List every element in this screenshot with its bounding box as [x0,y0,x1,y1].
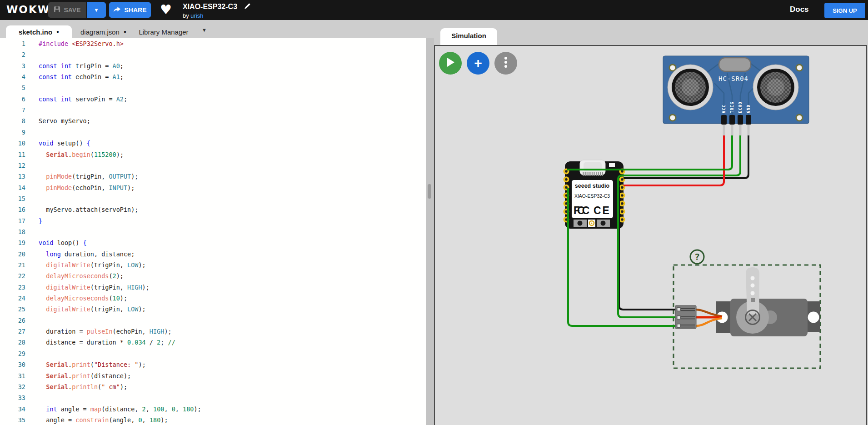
code-line[interactable]: 21 digitalWrite(trigPin, LOW); [0,260,426,270]
code-line[interactable]: 11 Serial.begin(115200); [0,149,426,160]
code-line[interactable]: 25 digitalWrite(trigPin, LOW); [0,304,426,315]
code-line[interactable]: 30 Serial.print("Distance: "); [0,359,426,370]
usb-c-connector [580,160,605,176]
line-number: 18 [0,226,25,237]
docs-link[interactable]: Docs [790,5,809,14]
code-line[interactable]: 3const int trigPin = A0; [0,60,426,71]
line-number: 25 [0,304,25,315]
share-label: SHARE [124,6,146,14]
wire-gnd[interactable] [624,135,748,178]
line-number: 13 [0,171,25,182]
line-number: 30 [0,359,25,370]
code-line[interactable]: 20 long duration, distance; [0,249,426,260]
code-line[interactable]: 1#include <ESP32Servo.h> [0,38,426,49]
code-line[interactable]: 34 int angle = map(distance, 2, 100, 0, … [0,404,426,415]
hcsr04-label: HC-SR04 [718,75,748,82]
code-line[interactable]: 5 [0,82,426,93]
tab-diagram-json[interactable]: diagram.json ● [73,25,134,38]
line-number: 8 [0,115,25,126]
wire-servo-gnd[interactable] [619,186,675,310]
save-dropdown-button[interactable]: ▼ [87,2,106,18]
line-number: 14 [0,182,25,193]
signup-button[interactable]: SIGN UP [824,3,865,18]
code-line[interactable]: 19void loop() { [0,237,426,248]
line-number: 24 [0,293,25,304]
line-number: 29 [0,348,25,359]
wire-echo[interactable] [618,135,740,317]
code-line[interactable]: 2 [0,49,426,60]
xiao-brand: seeed studio [575,183,610,189]
wokwi-logo[interactable]: WOKWI [6,4,55,15]
pane-splitter[interactable] [426,38,434,425]
top-bar: WOKWI SAVE ▼ SHARE ♥ XIAO-ESP32-C3 by ur… [0,0,868,20]
hcsr04-sensor[interactable]: HC-SR04 VCC TRIG ECHO GND [663,56,809,136]
author-link[interactable]: urish [190,12,203,19]
crystal-oscillator [719,58,751,71]
project-author: by urish [183,12,251,19]
code-line[interactable]: 27 duration = pulseIn(echoPin, HIGH); [0,326,426,337]
save-button[interactable]: SAVE [48,2,86,18]
code-line[interactable]: 7 [0,105,426,115]
line-number: 27 [0,326,25,337]
simulation-canvas[interactable]: HC-SR04 VCC TRIG ECHO GND [434,45,867,425]
line-number: 7 [0,105,25,115]
help-icon[interactable]: ? [690,250,704,264]
tab-sketch-ino[interactable]: sketch.ino ● [6,25,72,38]
share-button[interactable]: SHARE [109,2,151,18]
code-line[interactable]: 9 [0,127,426,138]
xiao-notch [609,163,615,167]
pin-label-echo: ECHO [738,101,743,113]
servo-motor[interactable] [696,267,820,336]
code-line[interactable]: 22 delayMicroseconds(2); [0,270,426,281]
servo-mount-hole-right [808,312,819,323]
code-line[interactable]: 12 [0,160,426,171]
line-number: 2 [0,49,25,60]
code-line[interactable]: 4const int echoPin = A1; [0,71,426,82]
code-line[interactable]: 28 distance = duration * 0.034 / 2; // [0,337,426,348]
code-line[interactable]: 8Servo myServo; [0,115,426,126]
play-button[interactable] [439,52,462,75]
code-line[interactable]: 24 delayMicroseconds(10); [0,293,426,304]
edit-pencil-icon[interactable] [244,3,251,11]
code-line[interactable]: 14 pinMode(echoPin, INPUT); [0,182,426,193]
library-manager-caret-icon[interactable]: ▼ [202,27,207,33]
code-line[interactable]: 13 pinMode(trigPin, OUTPUT); [0,171,426,182]
code-line[interactable]: 31 Serial.print(distance); [0,370,426,381]
heart-icon[interactable]: ♥ [160,2,172,17]
line-number: 26 [0,315,25,326]
line-number: 11 [0,149,25,160]
code-line[interactable]: 26 [0,315,426,326]
modified-dot: ● [56,30,59,34]
line-number: 16 [0,204,25,215]
line-number: 4 [0,71,25,82]
modified-dot: ● [124,30,126,34]
servo-connector[interactable] [675,305,696,329]
code-line[interactable]: 29 [0,348,426,359]
code-line[interactable]: 10void setup() { [0,138,426,149]
line-number: 15 [0,193,25,204]
line-number: 28 [0,337,25,348]
code-line[interactable]: 6const int servoPin = A2; [0,94,426,105]
plus-icon: + [474,55,482,71]
splitter-handle[interactable] [428,184,431,199]
servo-horn[interactable] [746,267,759,315]
code-line[interactable]: 15 [0,193,426,204]
code-line[interactable]: 18 [0,226,426,237]
tab-simulation[interactable]: Simulation [440,28,497,45]
code-line[interactable]: 16 myServo.attach(servoPin); [0,204,426,215]
code-editor[interactable]: 1#include <ESP32Servo.h>23const int trig… [0,38,426,425]
add-part-button[interactable]: + [467,52,489,75]
line-number: 3 [0,60,25,71]
code-line[interactable]: 17} [0,215,426,226]
code-line[interactable]: 35 angle = constrain(angle, 0, 180); [0,415,426,425]
line-number: 35 [0,415,25,425]
code-line[interactable]: 32 Serial.println(" cm"); [0,381,426,392]
tab-library-manager[interactable]: Library Manager [136,25,191,38]
line-number: 12 [0,160,25,171]
line-number: 21 [0,260,25,270]
line-number: 9 [0,127,25,138]
code-line[interactable]: 33 [0,392,426,403]
chevron-down-icon: ▼ [94,7,99,13]
more-options-button[interactable] [494,52,517,75]
code-line[interactable]: 23 digitalWrite(trigPin, HIGH); [0,282,426,293]
